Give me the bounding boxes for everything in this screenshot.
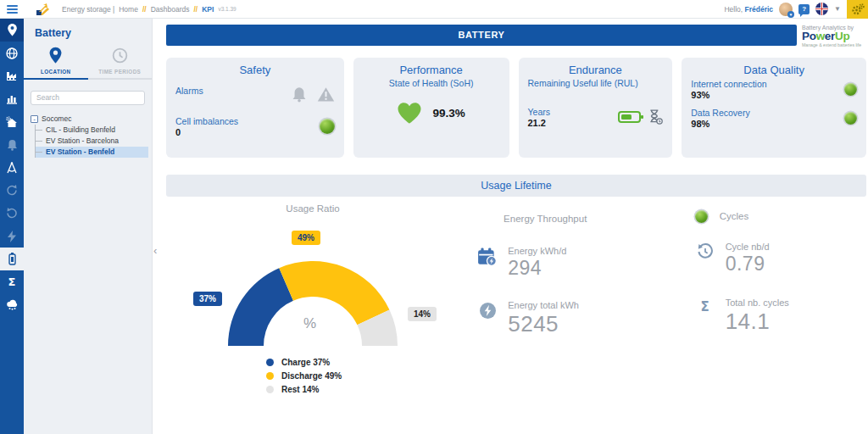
data-recovery-value: 98% [691,119,749,129]
icon-rail: Σ [0,19,24,434]
search-input[interactable] [31,91,145,105]
performance-title: Performance [363,64,500,76]
charge-badge: 37% [193,292,222,306]
cycle-nbd-label: Cycle nb/d [726,242,770,252]
gauge-legend: Charge 37% Discharge 49% Rest 14% [266,358,459,394]
usage-ratio-title: Usage Ratio [173,203,453,214]
cycles-total-value: 14.1 [726,309,789,335]
cell-imbalances-value: 0 [175,127,238,137]
rest-badge: 14% [408,307,437,321]
panel-collapse-chevron-icon[interactable]: ‹ [153,244,157,257]
rail-loop-forward-icon[interactable] [0,202,24,225]
gears-icon [851,3,865,15]
internet-status-led [844,83,857,96]
alarm-bell-icon [292,86,307,103]
data-recovery-label: Data Recovery [691,108,749,118]
cycles-title: Cycles [720,211,749,221]
energy-kwhd-label: Energy kWh/d [508,246,566,256]
energy-kwhd-value: 294 [508,257,566,280]
energy-throughput-title: Energy Throughput [477,214,613,224]
cycles-status-led [695,210,708,223]
alarms-label: Alarms [175,86,203,96]
breadcrumb-home[interactable]: Home [119,5,138,14]
help-chat-icon[interactable]: ? [798,4,810,14]
top-bar: Energy storage | Home // Dashboards // K… [0,0,868,19]
app-window: Energy storage | Home // Dashboards // K… [0,0,868,434]
battery-level-icon [618,110,643,124]
legend-charge[interactable]: Charge 37% [266,358,459,367]
rail-factory-icon[interactable] [0,64,24,87]
battery-panel: Battery LOCATION TIME PERIODS - Socome [24,19,153,434]
legend-dot-charge [266,359,274,366]
rail-bar-chart-icon[interactable] [0,87,24,110]
tree-node-ev-station-benfeld[interactable]: EV Station - Benfeld [36,147,148,158]
usage-ratio-block: Usage Ratio 49% 37% 14% % Charge 37% Dis… [173,203,459,394]
legend-dot-discharge [266,372,274,380]
tree-node-root[interactable]: - Socomec [31,114,148,125]
health-heart-icon [397,102,422,125]
data-quality-card: Data Quality Internet connection 93% Dat… [682,58,866,158]
sigma-total-icon: Σ [695,298,715,335]
endurance-card: Endurance Remaining Useful life (RUL) Ye… [519,58,673,158]
calendar-energy-icon [477,246,498,280]
performance-card: Performance State of Health (SoH) 99.3% [353,58,509,158]
energy-throughput-block: Energy Throughput Energy kWh/d 294 [477,203,669,394]
breadcrumb-app: Energy storage | [62,5,114,14]
years-value: 21.2 [528,118,550,128]
cycles-block: Cycles Cycle nb/d 0.79 Σ Total nb. cycle… [695,203,866,394]
tree-node-cil-building-benfeld[interactable]: CIL - Building Benfeld [36,125,148,136]
menu-hamburger-icon[interactable] [0,5,24,14]
rail-compass-icon[interactable] [0,156,24,179]
breadcrumb-dashboards[interactable]: Dashboards [151,5,190,14]
rail-globe-icon[interactable] [0,42,24,64]
main-content: BATTERY Battery Analytics by PowerUp Man… [166,19,866,434]
breadcrumb-kpi[interactable]: KPI [202,5,214,14]
rail-bell-icon[interactable] [0,133,24,156]
internet-connection-value: 93% [691,90,766,100]
rail-cloud-snow-icon[interactable] [0,293,24,316]
energy-total-label: Energy total kWh [508,300,579,310]
battery-section-header: BATTERY [166,25,797,46]
tab-location[interactable]: LOCATION [24,44,88,78]
cycles-total-label: Total nb. cycles [726,298,789,308]
legend-discharge[interactable]: Discharge 49% [266,371,459,381]
language-flag-icon[interactable] [815,3,828,15]
endurance-title: Endurance [528,64,664,76]
tab-time-periods[interactable]: TIME PERIODS [88,44,153,78]
tree-root-label: Socomec [42,114,71,123]
soh-label: State of Health (SoH) [363,78,500,88]
usage-gauge-svg [225,258,401,346]
energy-total-value: 5245 [508,311,579,337]
hourglass-clock-icon [648,109,663,125]
cell-imbalances-label: Cell imbalances [175,116,238,126]
energy-total-icon [477,300,498,337]
user-name: Frédéric [745,5,774,14]
breadcrumb-separator: // [142,5,147,14]
heart-badge-icon: ♥ [787,11,794,18]
discharge-badge: 49% [292,231,320,245]
rail-lightning-icon[interactable] [0,225,24,248]
socomec-logo-icon[interactable] [36,3,50,15]
tree-expand-toggle[interactable]: - [31,115,38,123]
rail-home-gear-icon[interactable] [0,110,24,133]
settings-button[interactable] [847,0,868,19]
powerup-brand: Battery Analytics by PowerUp Manage & ex… [802,25,866,47]
breadcrumb-separator: // [193,5,198,14]
clock-icon [112,44,128,66]
avatar[interactable]: ♥ [779,3,793,16]
rail-battery-icon[interactable] [0,248,24,270]
legend-dot-rest [266,386,274,393]
tree-node-ev-station-barcelona[interactable]: EV Station - Barcelona [36,136,148,147]
legend-rest[interactable]: Rest 14% [266,385,459,394]
breadcrumb: Energy storage | Home // Dashboards // K… [62,5,236,14]
chevron-down-icon[interactable]: ▼ [834,5,841,13]
cycle-history-icon [695,242,715,275]
app-version: v3.1.39 [218,6,236,12]
data-recovery-status-led [844,112,857,125]
rail-sigma-icon[interactable]: Σ [0,270,24,293]
panel-title: Battery [24,19,152,39]
warning-triangle-icon [317,86,335,103]
rail-location-pin-icon[interactable] [0,19,24,42]
rail-loop-back-icon[interactable] [0,179,24,202]
safety-title: Safety [175,64,335,76]
